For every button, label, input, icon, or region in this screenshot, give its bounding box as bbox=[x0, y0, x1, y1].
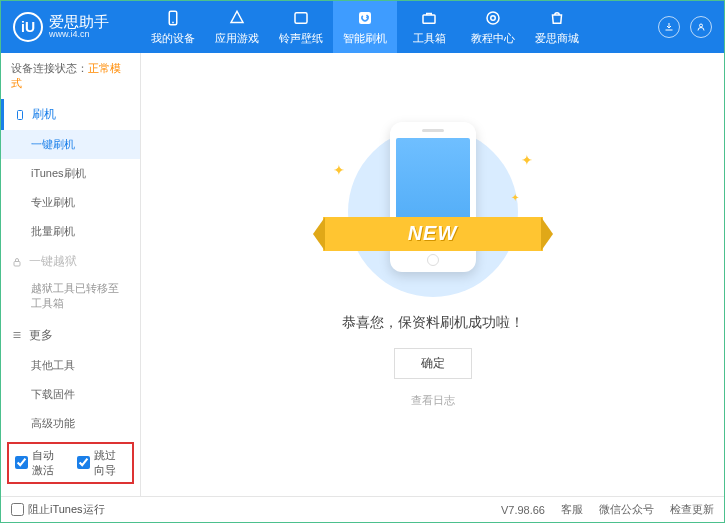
app-window: ☰ ▦ — □ ✕ iU 爱思助手 www.i4.cn 我的设备 应用游戏 bbox=[0, 0, 725, 523]
svg-rect-8 bbox=[18, 110, 23, 119]
apps-icon bbox=[228, 9, 246, 27]
jailbreak-note: 越狱工具已转移至 工具箱 bbox=[1, 277, 140, 320]
success-message: 恭喜您，保资料刷机成功啦！ bbox=[342, 314, 524, 332]
download-button[interactable] bbox=[658, 16, 680, 38]
svg-point-6 bbox=[491, 15, 496, 20]
svg-point-7 bbox=[700, 24, 703, 27]
store-icon bbox=[548, 9, 566, 27]
section-more[interactable]: 更多 bbox=[1, 320, 140, 351]
sidebar-item-oneclick[interactable]: 一键刷机 bbox=[1, 130, 140, 159]
feedback-link[interactable]: 客服 bbox=[561, 502, 583, 517]
sidebar-item-other[interactable]: 其他工具 bbox=[1, 351, 140, 380]
device-icon bbox=[164, 9, 182, 27]
view-log-link[interactable]: 查看日志 bbox=[411, 393, 455, 408]
tutorial-icon bbox=[484, 9, 502, 27]
svg-rect-4 bbox=[423, 15, 435, 23]
svg-rect-2 bbox=[295, 12, 307, 23]
nav-tutorial[interactable]: 教程中心 bbox=[461, 1, 525, 53]
nav-wallpaper[interactable]: 铃声壁纸 bbox=[269, 1, 333, 53]
flash-icon bbox=[356, 9, 374, 27]
section-flash[interactable]: 刷机 bbox=[1, 99, 140, 130]
main-content: ✦ ✦ ✦ NEW 恭喜您，保资料刷机成功啦！ 确定 查看日志 bbox=[141, 53, 724, 496]
nav-apps[interactable]: 应用游戏 bbox=[205, 1, 269, 53]
sidebar-item-itunes[interactable]: iTunes刷机 bbox=[1, 159, 140, 188]
phone-icon bbox=[14, 109, 26, 121]
version-label: V7.98.66 bbox=[501, 504, 545, 516]
header: iU 爱思助手 www.i4.cn 我的设备 应用游戏 铃声壁纸 智能刷机 bbox=[1, 1, 724, 53]
nav-store[interactable]: 爱思商城 bbox=[525, 1, 589, 53]
user-icon bbox=[695, 21, 707, 33]
device-info[interactable]: iPhone 12 mini 64GB Down-12mini-13,1 bbox=[1, 488, 140, 496]
user-button[interactable] bbox=[690, 16, 712, 38]
wallpaper-icon bbox=[292, 9, 310, 27]
svg-rect-9 bbox=[14, 261, 20, 266]
sidebar-item-pro[interactable]: 专业刷机 bbox=[1, 188, 140, 217]
checkbox-skip-guide[interactable]: 跳过向导 bbox=[77, 448, 127, 478]
connection-status: 设备连接状态：正常模式 bbox=[1, 53, 140, 99]
options-highlight: 自动激活 跳过向导 bbox=[7, 442, 134, 484]
main-nav: 我的设备 应用游戏 铃声壁纸 智能刷机 工具箱 教程中心 bbox=[141, 1, 658, 53]
header-actions bbox=[658, 16, 724, 38]
lock-icon bbox=[11, 256, 23, 268]
sidebar-item-batch[interactable]: 批量刷机 bbox=[1, 217, 140, 246]
toolbox-icon bbox=[420, 9, 438, 27]
section-jailbreak: 一键越狱 bbox=[1, 246, 140, 277]
nav-toolbox[interactable]: 工具箱 bbox=[397, 1, 461, 53]
sidebar: 设备连接状态：正常模式 刷机 一键刷机 iTunes刷机 专业刷机 批量刷机 一… bbox=[1, 53, 141, 496]
banner-text: NEW bbox=[408, 222, 458, 245]
logo[interactable]: iU 爱思助手 www.i4.cn bbox=[1, 12, 141, 42]
svg-rect-3 bbox=[359, 12, 371, 24]
nav-flash[interactable]: 智能刷机 bbox=[333, 1, 397, 53]
nav-my-device[interactable]: 我的设备 bbox=[141, 1, 205, 53]
body: 设备连接状态：正常模式 刷机 一键刷机 iTunes刷机 专业刷机 批量刷机 一… bbox=[1, 53, 724, 496]
check-update-link[interactable]: 检查更新 bbox=[670, 502, 714, 517]
download-icon bbox=[663, 21, 675, 33]
logo-icon: iU bbox=[13, 12, 43, 42]
ok-button[interactable]: 确定 bbox=[394, 348, 472, 379]
svg-point-5 bbox=[487, 12, 499, 24]
sidebar-item-download-fw[interactable]: 下载固件 bbox=[1, 380, 140, 409]
brand-name: 爱思助手 bbox=[49, 14, 109, 31]
checkbox-block-itunes[interactable]: 阻止iTunes运行 bbox=[11, 502, 105, 517]
checkbox-auto-activate[interactable]: 自动激活 bbox=[15, 448, 65, 478]
success-illustration: ✦ ✦ ✦ NEW bbox=[323, 122, 543, 292]
list-icon bbox=[11, 329, 23, 341]
brand-site: www.i4.cn bbox=[49, 30, 109, 40]
wechat-link[interactable]: 微信公众号 bbox=[599, 502, 654, 517]
sidebar-item-advanced[interactable]: 高级功能 bbox=[1, 409, 140, 438]
footer: 阻止iTunes运行 V7.98.66 客服 微信公众号 检查更新 bbox=[1, 496, 724, 522]
